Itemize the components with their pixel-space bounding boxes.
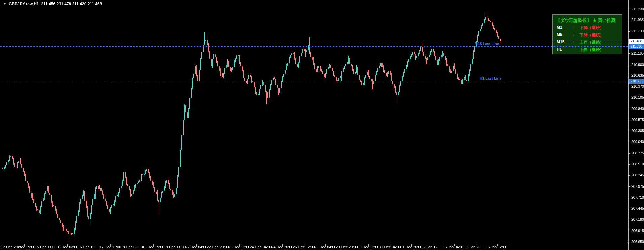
price-axis-tick [628,153,630,154]
timeframe-label: H1 [557,47,562,52]
time-axis-tick [24,244,25,246]
price-axis-label: 210.370 [631,84,644,89]
time-axis-tick [497,244,498,246]
m15-last-line-label: M15 Last Line [475,42,499,46]
price-axis-label: 209.575 [631,118,644,122]
price-axis-tick [628,109,630,109]
down-arrow-icon: ↓ [572,25,574,30]
price-axis-tick [628,9,630,9]
price-axis-tick [628,65,630,65]
timeframe-label: M5 [557,32,562,37]
price-axis-label: 207.710 [631,195,644,200]
candlestick-chart-canvas[interactable] [0,0,644,250]
price-axis-line [628,0,629,250]
panel-title: 【ダウ理論監視】 [556,18,591,23]
panel-row-m1: M1↓下降（継続） [556,25,620,30]
price-axis-label: 206.650 [631,240,644,244]
time-axis-tick [261,244,261,246]
time-axis-tick [89,244,89,246]
buy-recommendation-label: 買い推奨 [598,18,615,23]
chart-window: ▼ GBPJPY.raw,H1 211.456 211.478 211.420 … [0,0,644,250]
price-axis-tick [628,198,630,198]
trend-status-label: 上昇（継続） [579,47,604,53]
price-axis-label: 208.245 [631,173,644,177]
m15-last-line[interactable] [0,46,628,47]
price-axis-label: 209.840 [631,107,644,111]
price-axis-tick [628,87,630,87]
panel-header: 【ダウ理論監視】 ★ 買い推奨 [556,17,615,24]
time-axis-tick [454,244,455,246]
price-axis-label: 211.965 [631,18,644,22]
price-axis-label: 207.975 [631,184,644,189]
time-axis-tick [175,244,175,246]
price-axis-tick [628,175,630,176]
time-axis-tick [282,244,283,246]
time-axis-tick [239,244,240,246]
price-axis-tick [628,142,630,142]
price-axis-label: 209.305 [631,129,644,133]
time-axis-tick [368,244,369,246]
time-axis-tick [110,244,111,246]
time-axis-tick [476,244,476,246]
time-axis-tick [46,244,46,246]
price-axis-label: 212.230 [631,7,644,11]
time-axis-tick [390,244,390,246]
timeframe-label: M15 [557,40,564,44]
price-axis-tick [628,131,630,131]
symbol-period-label: GBPJPY.raw,H1 [9,2,39,6]
timeframe-label: M1 [557,25,562,30]
price-axis-label: 207.445 [631,206,644,211]
current-price-tag: 211.468 [629,39,644,44]
time-axis-tick [347,244,347,246]
price-axis-label: 208.775 [631,151,644,155]
time-axis-line [0,244,644,244]
time-axis-tick [325,244,326,246]
trend-status-label: 下降（継続） [579,32,604,38]
chart-title: ▼ GBPJPY.raw,H1 211.456 211.478 211.420 … [3,2,102,6]
dow-theory-monitor-panel[interactable]: 【ダウ理論監視】 ★ 買い推奨 M1↓下降（継続）M5↓下降（継続）M15↑上昇… [552,14,622,54]
price-axis-tick [628,20,630,20]
up-arrow-icon: ↑ [572,47,574,52]
price-axis-tick [628,164,630,165]
panel-row-h1: H1↑上昇（継続） [556,47,620,52]
up-arrow-icon: ↑ [572,40,574,44]
m15-line-price-tag: 211.336 [629,44,644,49]
price-axis-tick [628,242,630,242]
h1-line-price-tag: 210.506 [629,79,644,84]
star-icon: ★ [592,18,597,23]
price-axis-label: 211.700 [631,29,644,33]
symbol-dropdown-icon[interactable]: ▼ [3,2,6,6]
time-axis-tick [304,244,304,246]
price-axis-tick [628,76,630,76]
price-axis-tick [628,186,630,187]
h1-last-line[interactable] [0,81,628,81]
price-axis-label: 206.915 [631,228,644,233]
time-axis-tick [3,244,3,246]
time-axis-tick [196,244,197,246]
time-axis-tick [218,244,218,246]
price-axis-label: 210.105 [631,95,644,100]
price-axis-tick [628,120,630,120]
price-axis-tick [628,98,630,98]
panel-row-m5: M5↓下降（継続） [556,32,620,38]
price-axis-tick [628,31,630,32]
price-axis-tick [628,53,630,54]
price-axis-tick [628,209,630,209]
current-price-line [0,41,628,41]
price-axis-label: 208.510 [631,162,644,166]
price-axis-tick [628,220,630,220]
ohlc-values: 211.456 211.478 211.420 211.468 [41,2,102,6]
price-axis-label: 207.180 [631,217,644,222]
price-axis-label: 210.635 [631,73,644,78]
price-axis-label: 210.900 [631,62,644,67]
price-axis-label: 209.040 [631,140,644,144]
trend-status-label: 下降（継続） [579,25,604,31]
time-axis-tick [67,244,68,246]
time-axis-tick [411,244,412,246]
trend-status-label: 上昇（継続） [579,40,604,45]
price-axis-label: 211.165 [631,51,644,56]
time-axis-tick [433,244,433,246]
panel-row-m15: M15↑上昇（継続） [556,40,620,45]
price-axis-tick [628,231,630,231]
time-axis-tick [153,244,154,246]
